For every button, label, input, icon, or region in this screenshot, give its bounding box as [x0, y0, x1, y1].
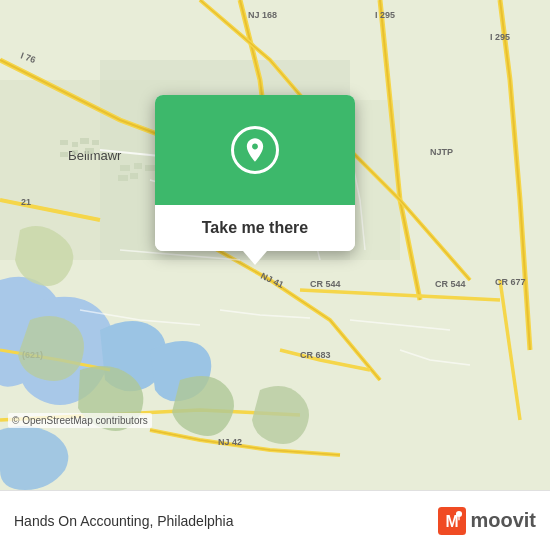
location-icon-circle	[231, 126, 279, 174]
svg-rect-27	[120, 165, 130, 171]
svg-rect-25	[72, 150, 78, 155]
popup-green-header	[155, 95, 355, 205]
svg-text:CR 677: CR 677	[495, 277, 526, 287]
svg-text:CR 544: CR 544	[435, 279, 466, 289]
svg-rect-23	[92, 140, 99, 145]
svg-rect-22	[80, 138, 89, 144]
svg-rect-29	[145, 165, 155, 171]
svg-text:21: 21	[21, 197, 31, 207]
copyright-text: © OpenStreetMap contributors	[8, 413, 152, 428]
bottom-bar: Hands On Accounting, Philadelphia M moov…	[0, 490, 550, 550]
popup-card: Take me there	[155, 95, 355, 251]
svg-rect-31	[130, 173, 138, 179]
svg-rect-28	[134, 163, 142, 169]
moovit-text-label: moovit	[470, 509, 536, 532]
svg-text:NJ 42: NJ 42	[218, 437, 242, 447]
svg-rect-30	[118, 175, 128, 181]
svg-text:CR 683: CR 683	[300, 350, 331, 360]
moovit-logo: M moovit	[438, 507, 536, 535]
svg-rect-20	[60, 140, 68, 145]
take-me-there-button[interactable]: Take me there	[155, 205, 355, 251]
svg-rect-21	[72, 142, 78, 147]
svg-point-34	[456, 510, 462, 516]
svg-text:NJ 168: NJ 168	[248, 10, 277, 20]
svg-text:I 295: I 295	[490, 32, 510, 42]
popup-tail	[243, 251, 267, 265]
map-container: I 76 NJ 168 I 295 I 295 NJTP NJTP NJTP 2…	[0, 0, 550, 490]
svg-rect-26	[85, 148, 94, 154]
svg-text:CR 544: CR 544	[310, 279, 341, 289]
svg-text:I 295: I 295	[375, 10, 395, 20]
svg-text:NJTP: NJTP	[430, 147, 453, 157]
place-name: Hands On Accounting, Philadelphia	[14, 513, 233, 529]
svg-rect-24	[60, 152, 68, 157]
moovit-icon: M	[438, 507, 466, 535]
location-pin-icon	[241, 136, 269, 164]
